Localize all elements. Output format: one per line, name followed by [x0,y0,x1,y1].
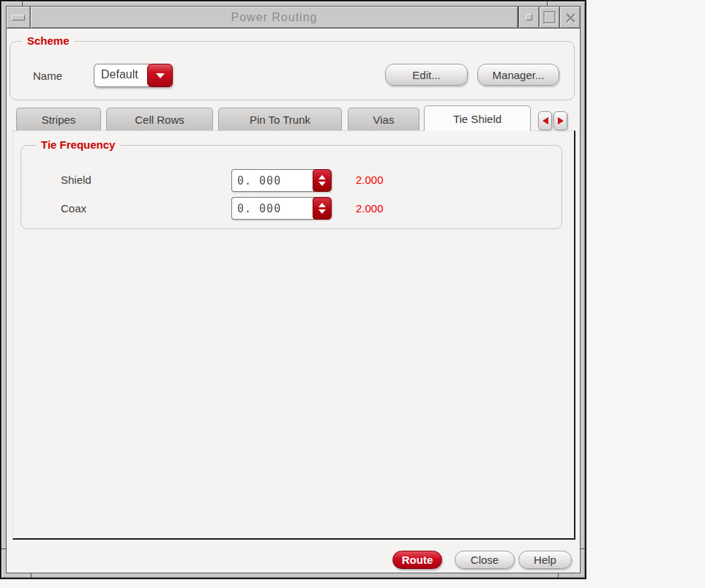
shield-input[interactable] [231,169,315,192]
manager-button[interactable]: Manager... [477,64,559,86]
client-area: Scheme Name Default Edit... Manager... S… [7,29,580,573]
window-title: Power Routing [30,7,518,28]
frame-notch [581,548,585,549]
scheme-group-label: Scheme [22,34,75,47]
frame-notch [547,1,548,6]
close-button[interactable] [559,7,580,28]
scheme-name-dropdown[interactable]: Default [94,64,173,87]
right-triangle-icon [558,117,564,124]
tabs-scroll-prev-button[interactable] [538,111,552,130]
shield-label: Shield [61,174,92,186]
power-routing-window: Power Routing Scheme Name Defaul [0,0,586,579]
small-square-icon [526,14,532,21]
iconify-button[interactable] [518,7,539,28]
route-button[interactable]: Route [392,551,442,569]
edit-button[interactable]: Edit... [385,64,468,86]
spinner-up-icon [318,203,326,207]
x-icon [563,10,578,25]
coax-limit-value: 2.000 [356,202,384,215]
close-action-button[interactable]: Close [455,551,515,569]
tabs-scroll-next-button[interactable] [553,111,567,130]
tie-frequency-group-label: Tie Frequency [36,138,120,151]
name-label: Name [33,70,62,82]
coax-label: Coax [61,202,86,215]
tab-stripes[interactable]: Stripes [16,108,101,130]
tab-pin-to-trunk[interactable]: Pin To Trunk [218,108,342,130]
coax-spinbox[interactable] [231,197,332,220]
shield-spinner-buttons[interactable] [313,169,332,192]
tab-vias[interactable]: Vias [348,108,419,130]
frame-notch [31,573,31,578]
coax-spinner-buttons[interactable] [313,197,332,220]
spinner-down-icon [318,182,326,186]
frame-notch [1,548,6,549]
spinner-up-icon [318,175,326,179]
square-outline-icon [543,11,556,23]
titlebar[interactable]: Power Routing [7,7,580,29]
coax-input[interactable] [231,197,315,220]
frame-notch [558,573,559,578]
left-triangle-icon [542,117,548,124]
window-inner: Power Routing Scheme Name Defaul [6,6,581,573]
shield-spinbox[interactable] [231,169,332,192]
dropdown-button[interactable] [147,64,173,87]
frame-notch [22,1,23,6]
help-button[interactable]: Help [518,551,572,569]
maximize-button[interactable] [539,7,559,28]
tab-cell-rows[interactable]: Cell Rows [106,108,213,130]
spinner-down-icon [318,209,326,214]
tab-tie-shield[interactable]: Tie Shield [424,105,531,131]
window-menu-button[interactable] [7,7,30,28]
scheme-name-value: Default [94,64,150,87]
chevron-down-icon [156,73,165,78]
dash-icon [12,15,25,21]
shield-limit-value: 2.000 [356,174,384,186]
